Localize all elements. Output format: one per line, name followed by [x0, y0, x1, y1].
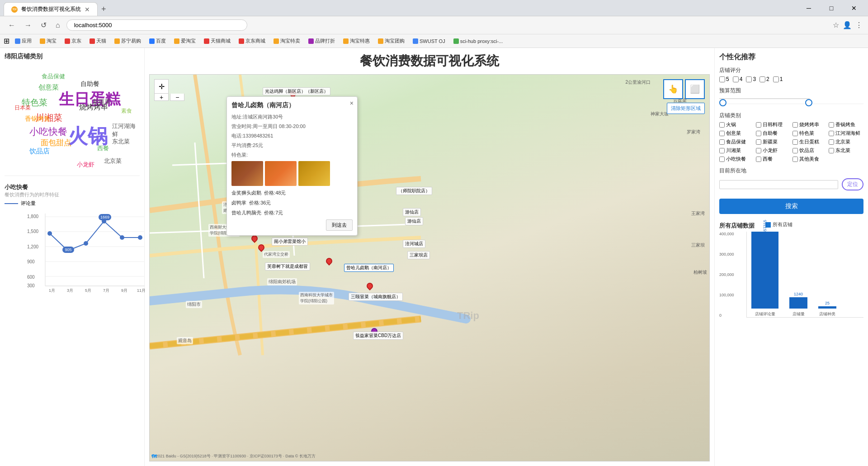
cat-rihan[interactable]: 日韩料理 — [756, 121, 791, 128]
bookmark-item[interactable]: 百度 — [146, 37, 169, 45]
word-cloud-item[interactable]: 东北菜 — [112, 138, 130, 146]
home-button[interactable]: ⌂ — [53, 19, 63, 31]
cat-xican-cb[interactable] — [756, 157, 761, 162]
rating-3[interactable]: 3 — [746, 76, 756, 82]
map-label-sanjiaba[interactable]: 三家坝店 — [407, 251, 430, 259]
word-cloud-item[interactable]: 自助餐 — [80, 80, 99, 88]
rating-5-checkbox[interactable] — [719, 76, 725, 82]
popup-navigate-button[interactable]: 到这去 — [326, 219, 353, 231]
bookmark-item[interactable]: 应用 — [12, 37, 34, 45]
map-zoom-in-button[interactable]: + — [154, 94, 169, 101]
popup-image-2[interactable] — [265, 161, 297, 186]
rating-3-checkbox[interactable] — [746, 76, 752, 82]
cat-dongbei[interactable]: 东北菜 — [829, 147, 863, 154]
cat-yinpin[interactable]: 饮品店 — [793, 147, 827, 154]
rating-5[interactable]: 5 — [719, 76, 729, 82]
word-cloud-item[interactable]: 创意菜 — [38, 83, 59, 92]
cat-qita-cb[interactable] — [793, 157, 798, 162]
tab-close-button[interactable]: ✕ — [85, 6, 90, 13]
map-label-sanyuan[interactable]: 三颐冒菜（城南旗舰店） — [349, 293, 403, 301]
cat-shaokao[interactable]: 烧烤烤串 — [793, 121, 827, 128]
bookmark-item[interactable]: SWUST OJ — [410, 38, 448, 45]
map-label-kuayi[interactable]: 筷益家冒菜CBD万达店 — [353, 332, 403, 340]
cat-xinjiang-cb[interactable] — [756, 139, 761, 145]
popup-image-1[interactable] — [231, 161, 263, 186]
rating-1-checkbox[interactable] — [773, 76, 779, 82]
bookmark-item[interactable]: 淘宝特卖 — [271, 37, 303, 45]
popup-close-button[interactable]: × — [350, 100, 354, 107]
map-label-zaohao[interactable]: 曾哈儿卤鹅（南河店） — [344, 264, 394, 272]
cat-qita[interactable]: 其他美食 — [793, 156, 827, 162]
cat-chuangyi-cb[interactable] — [719, 131, 725, 136]
browser-tab[interactable]: 🍽 餐饮消费数据可视化系统 ✕ — [4, 2, 98, 16]
bar-1[interactable] — [751, 232, 778, 309]
cat-zizhu[interactable]: 自助餐 — [756, 130, 791, 137]
bookmark-item[interactable]: 品牌打折 — [306, 37, 338, 45]
map-zoom-out-button[interactable]: − — [170, 94, 184, 101]
reload-button[interactable]: ↺ — [38, 19, 49, 31]
cat-shipin-cb[interactable] — [719, 139, 725, 145]
word-cloud-item[interactable]: 小龙虾 — [77, 161, 94, 169]
cat-chuxiang[interactable]: 川湘菜 — [719, 147, 754, 154]
bookmark-item[interactable]: 京东 — [62, 37, 84, 45]
rating-1[interactable]: 1 — [773, 76, 783, 82]
cat-jianghu[interactable]: 江河湖海鲜 — [829, 130, 863, 137]
rect-mode-button[interactable]: ⬜ — [685, 79, 705, 99]
cat-birthday[interactable]: 生日蛋糕 — [793, 138, 827, 145]
rating-4[interactable]: 4 — [733, 76, 743, 82]
word-cloud-item[interactable]: 面包甜点 — [41, 138, 71, 148]
map-move-button[interactable]: ✛ — [154, 79, 169, 94]
bookmark-item[interactable]: 天猫商城 — [201, 37, 233, 45]
cat-yinpin-cb[interactable] — [793, 148, 798, 153]
apps-icon[interactable]: ⊞ — [4, 37, 9, 45]
close-button[interactable]: ✕ — [844, 1, 864, 15]
cat-shipin[interactable]: 食品保健 — [719, 138, 754, 145]
cat-jianghu-cb[interactable] — [829, 131, 834, 136]
map-pin-zaohao[interactable] — [326, 258, 332, 264]
menu-icon[interactable]: ⋮ — [855, 21, 863, 29]
word-cloud-item[interactable]: 日本菜 — [14, 104, 31, 112]
map-pin-6[interactable] — [251, 235, 258, 242]
cat-huoguo-cb[interactable] — [719, 122, 725, 128]
word-cloud-item[interactable]: 香锅烤鱼 — [25, 115, 50, 123]
word-cloud-item[interactable]: 素食 — [121, 107, 132, 115]
cat-xiaochi-cb[interactable] — [719, 157, 725, 162]
word-cloud-item[interactable]: 新疆菜 — [93, 98, 110, 106]
touch-mode-button[interactable]: 👆 — [663, 79, 683, 99]
address-input[interactable] — [66, 19, 247, 31]
map-label-youxian1[interactable]: 游仙店 — [403, 208, 421, 216]
cat-rihan-cb[interactable] — [756, 122, 761, 128]
bar-2[interactable] — [789, 297, 807, 309]
cat-beijing-cb[interactable] — [829, 139, 834, 145]
cat-xinjiang[interactable]: 新疆菜 — [756, 138, 791, 145]
bookmark-item[interactable]: 淘宝 — [37, 37, 59, 45]
cat-xiaochi[interactable]: 小吃快餐 — [719, 156, 754, 162]
bookmark-item[interactable]: sci-hub proxy:sci-... — [451, 38, 506, 45]
cat-tese[interactable]: 特色菜 — [793, 130, 827, 137]
map-label-youxian2[interactable]: 游仙店 — [405, 217, 423, 225]
clear-area-button[interactable]: 清除矩形区域 — [667, 103, 705, 114]
word-cloud-item[interactable]: 饮品店 — [29, 147, 50, 156]
word-cloud-item[interactable]: 食品保健 — [42, 72, 65, 81]
rating-2-checkbox[interactable] — [760, 76, 765, 82]
map-container[interactable]: 渝河口 云盘梁 罗家湾 神家大坡 王家湾 三家坝 柏树坡 川中医药高等专科学院(… — [149, 74, 710, 461]
cat-xiangguokaoyu-cb[interactable] — [829, 122, 834, 128]
cat-longxia-cb[interactable] — [756, 148, 761, 153]
map-label-fuhecheng[interactable]: 涪河城店 — [403, 240, 425, 248]
cat-chuxiang-cb[interactable] — [719, 148, 725, 153]
cat-beijing[interactable]: 北京菜 — [829, 138, 863, 145]
new-tab-button[interactable]: + — [98, 3, 110, 16]
cat-xican[interactable]: 西餐 — [756, 156, 791, 162]
cat-zizhu-cb[interactable] — [756, 131, 761, 136]
maximize-button[interactable]: □ — [821, 1, 842, 15]
cat-birthday-cb[interactable] — [793, 139, 798, 145]
cat-chuangyi[interactable]: 创意菜 — [719, 130, 754, 137]
location-button[interactable]: 定位 — [842, 178, 863, 190]
word-cloud-item[interactable]: 西餐 — [97, 144, 109, 152]
search-button[interactable]: 搜索 — [719, 199, 863, 214]
forward-button[interactable]: → — [22, 19, 34, 31]
bookmark-item[interactable]: 京东商城 — [236, 37, 268, 45]
word-cloud-item[interactable]: 小吃快餐 — [29, 125, 67, 138]
bookmark-item[interactable]: 淘宝特惠 — [340, 37, 373, 45]
cat-tese-cb[interactable] — [793, 131, 798, 136]
